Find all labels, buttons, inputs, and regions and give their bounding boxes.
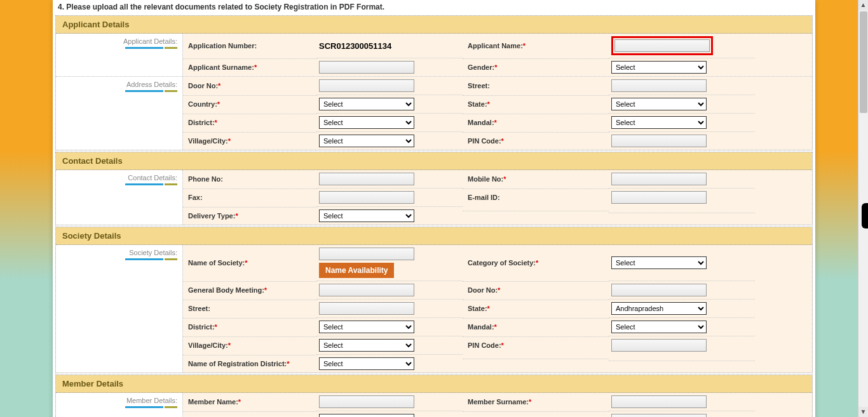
input-phone[interactable] bbox=[319, 173, 414, 185]
label-district: District:* bbox=[183, 114, 316, 131]
select-village[interactable]: Select bbox=[319, 135, 414, 147]
label-door: Door No:* bbox=[183, 77, 316, 94]
input-applicant-name[interactable] bbox=[614, 39, 710, 52]
applicant-section: Applicant Details Applicant Details: App… bbox=[55, 15, 813, 150]
label-mandal: Mandal:* bbox=[463, 114, 609, 131]
select-state[interactable]: Select bbox=[611, 98, 707, 110]
label-soc-state: State:* bbox=[463, 300, 609, 317]
label-mem-gender: Gender:* bbox=[183, 411, 316, 417]
side-member: Member Details: bbox=[56, 393, 183, 417]
label-gbm: General Body Meeting:* bbox=[183, 281, 316, 298]
scroll-up-arrow[interactable]: ▲ bbox=[858, 0, 868, 10]
input-mem-surname[interactable] bbox=[611, 395, 707, 408]
input-soc-pin[interactable] bbox=[611, 339, 707, 352]
label-phone: Phone No: bbox=[183, 171, 316, 187]
select-gender[interactable]: Select bbox=[611, 61, 707, 74]
label-soc-door: Door No:* bbox=[463, 281, 609, 298]
select-mem-gender[interactable]: Select bbox=[319, 414, 414, 417]
input-fax[interactable] bbox=[319, 191, 414, 204]
label-soc-category: Category of Society:* bbox=[463, 255, 609, 271]
label-mobile: Mobile No:* bbox=[463, 171, 609, 187]
select-mandal[interactable]: Select bbox=[611, 116, 707, 129]
label-pin: PIN Code:* bbox=[463, 132, 609, 149]
input-mem-age[interactable] bbox=[611, 414, 707, 417]
side-applicant-details: Applicant Details: bbox=[56, 34, 183, 76]
label-soc-pin: PIN Code:* bbox=[463, 336, 609, 354]
input-door[interactable] bbox=[319, 79, 414, 92]
input-email[interactable] bbox=[611, 191, 707, 204]
select-soc-mandal[interactable]: Select bbox=[611, 321, 707, 333]
select-soc-category[interactable]: Select bbox=[611, 256, 707, 269]
input-surname[interactable] bbox=[319, 61, 414, 74]
label-soc-name: Name of Society:* bbox=[183, 255, 316, 271]
label-country: Country:* bbox=[183, 95, 316, 112]
label-app-number: Application Number: bbox=[183, 37, 316, 54]
label-soc-village: Village/City:* bbox=[183, 336, 316, 354]
label-mem-surname: Member Surname:* bbox=[463, 394, 609, 410]
label-surname: Applicant Surname:* bbox=[183, 58, 316, 76]
input-mobile[interactable] bbox=[611, 173, 707, 185]
label-street: Street: bbox=[463, 77, 609, 94]
label-email: E-mail ID: bbox=[463, 189, 609, 206]
label-mem-age: Age:* bbox=[463, 411, 609, 417]
label-soc-district: District:* bbox=[183, 318, 316, 335]
society-header: Society Details bbox=[56, 227, 812, 245]
member-header: Member Details bbox=[56, 375, 812, 393]
input-gbm[interactable] bbox=[319, 284, 414, 296]
upload-note: 4. Please upload all the relevant docume… bbox=[53, 0, 815, 14]
label-soc-mandal: Mandal:* bbox=[463, 318, 609, 335]
select-soc-state[interactable]: Andhrapradesh bbox=[611, 302, 707, 315]
label-state: State:* bbox=[463, 95, 609, 112]
scroll-thumb[interactable] bbox=[860, 11, 867, 113]
label-soc-street: Street: bbox=[183, 300, 316, 317]
label-reg-district: Name of Registration District:* bbox=[183, 355, 316, 372]
side-contact: Contact Details: bbox=[56, 170, 183, 225]
side-address-details: Address Details: bbox=[56, 77, 183, 150]
value-app-number: SCR012300051134 bbox=[316, 37, 463, 55]
contact-header: Contact Details bbox=[56, 152, 812, 170]
label-mem-name: Member Name:* bbox=[183, 394, 316, 410]
input-pin[interactable] bbox=[611, 135, 707, 147]
input-soc-name[interactable] bbox=[319, 248, 414, 260]
scroll-down-arrow[interactable]: ▼ bbox=[858, 407, 868, 417]
select-district[interactable]: Select bbox=[319, 116, 414, 129]
select-reg-district[interactable]: Select bbox=[319, 357, 414, 370]
name-availability-button[interactable]: Name Availability bbox=[319, 263, 394, 278]
applicant-header: Applicant Details bbox=[56, 16, 812, 34]
label-village: Village/City:* bbox=[183, 132, 316, 149]
select-delivery[interactable]: Select bbox=[319, 209, 414, 222]
label-delivery: Delivery Type:* bbox=[183, 207, 316, 224]
contact-section: Contact Details Contact Details: Phone N… bbox=[55, 152, 813, 225]
society-section: Society Details Society Details: Name of… bbox=[55, 227, 813, 373]
input-street[interactable] bbox=[611, 79, 707, 92]
label-fax: Fax: bbox=[183, 189, 316, 206]
member-section: Member Details Member Details: Member Na… bbox=[55, 374, 813, 417]
select-soc-district[interactable]: Select bbox=[319, 321, 414, 333]
input-soc-door[interactable] bbox=[611, 284, 707, 296]
input-mem-name[interactable] bbox=[319, 395, 414, 408]
input-soc-street[interactable] bbox=[319, 302, 414, 315]
label-gender: Gender:* bbox=[463, 58, 609, 76]
select-country[interactable]: Select bbox=[319, 98, 414, 110]
label-applicant-name: Applicant Name:* bbox=[463, 37, 609, 54]
side-society: Society Details: bbox=[56, 245, 183, 373]
select-soc-village[interactable]: Select bbox=[319, 339, 414, 352]
side-tab[interactable] bbox=[862, 203, 868, 228]
highlight-applicant-name bbox=[611, 36, 713, 55]
